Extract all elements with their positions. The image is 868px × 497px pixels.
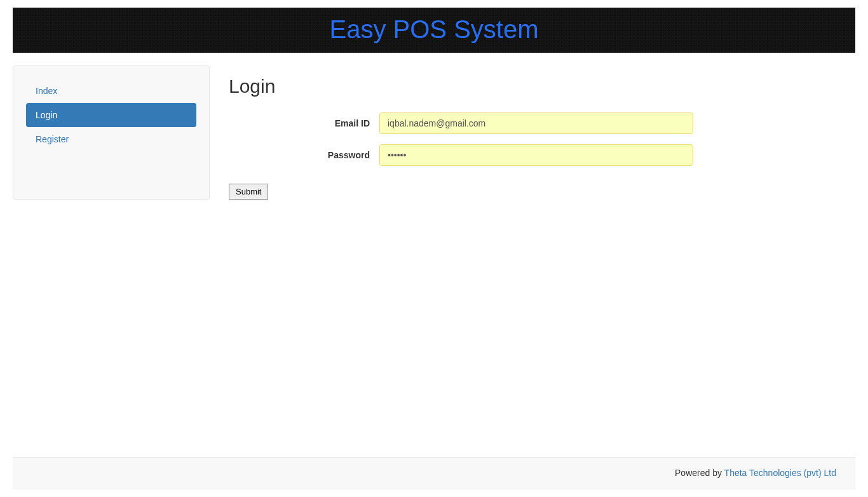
main-container: Index Login Register Login Email ID Pass… <box>13 65 855 200</box>
email-row: Email ID <box>229 112 693 134</box>
sidebar-item-register[interactable]: Register <box>26 127 196 151</box>
password-row: Password <box>229 144 693 166</box>
sidebar-item-login[interactable]: Login <box>26 103 196 127</box>
submit-button[interactable]: Submit <box>229 184 268 200</box>
sidebar: Index Login Register <box>13 65 210 200</box>
email-field[interactable] <box>379 112 693 134</box>
password-field[interactable] <box>379 144 693 166</box>
sidebar-item-index[interactable]: Index <box>26 79 196 103</box>
page-title: Login <box>229 76 693 97</box>
app-title: Easy POS System <box>13 15 855 44</box>
password-label: Password <box>229 150 379 160</box>
main-content: Login Email ID Password Submit <box>229 65 855 200</box>
email-label: Email ID <box>229 118 379 128</box>
app-header: Easy POS System <box>13 8 855 53</box>
